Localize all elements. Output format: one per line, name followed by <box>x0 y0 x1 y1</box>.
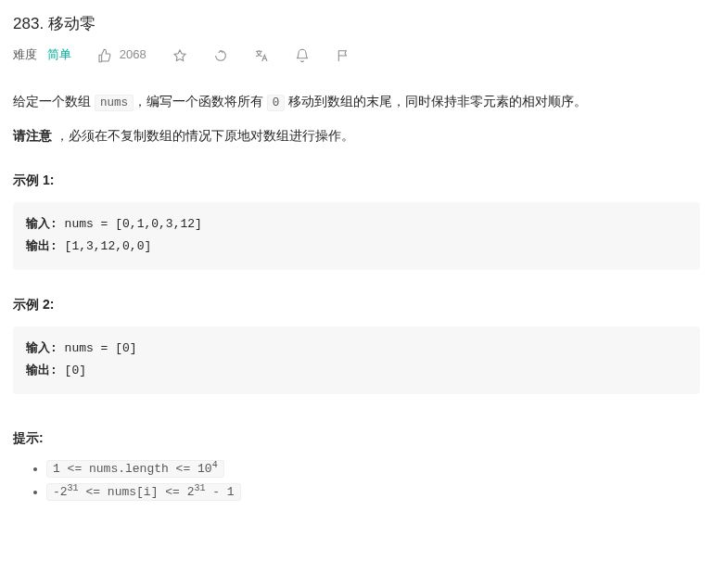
problem-description: 给定一个数组 nums，编写一个函数将所有 0 移动到数组的末尾，同时保持非零元… <box>13 91 700 146</box>
translate-icon <box>254 48 269 63</box>
problem-title: 283. 移动零 <box>13 11 700 36</box>
constraint-item: -231 <= nums[i] <= 231 - 1 <box>46 480 700 502</box>
desc-paragraph-2: 请注意 ，必须在不复制数组的情况下原地对数组进行操作。 <box>13 125 700 146</box>
difficulty-value: 简单 <box>47 47 71 61</box>
desc-text: 移动到数组的末尾，同时保持非零元素的相对顺序。 <box>285 94 587 109</box>
constraint-text: - 1 <box>205 485 234 499</box>
translate-button[interactable] <box>254 48 269 63</box>
notification-button[interactable] <box>295 48 310 63</box>
constraint-sup: 31 <box>68 482 79 492</box>
flag-icon <box>336 48 350 63</box>
star-icon <box>172 48 187 63</box>
thumbs-up-icon <box>97 48 112 63</box>
difficulty-label: 难度 <box>13 47 37 61</box>
share-button[interactable] <box>213 48 228 63</box>
code-inline: 0 <box>267 95 286 111</box>
input-label: 输入: <box>26 341 57 355</box>
constraint-item: 1 <= nums.length <= 104 <box>46 457 700 479</box>
constraints-list: 1 <= nums.length <= 104 -231 <= nums[i] … <box>13 457 700 502</box>
desc-bold: 请注意 <box>13 128 52 143</box>
difficulty: 难度 简单 <box>13 45 71 65</box>
constraint-sup: 4 <box>212 459 218 469</box>
output-label: 输出: <box>26 364 57 377</box>
example-block-1: 输入: nums = [0,1,0,3,12] 输出: [1,3,12,0,0] <box>13 202 700 270</box>
like-count: 2068 <box>120 45 146 65</box>
desc-text: 给定一个数组 <box>13 94 95 109</box>
constraint-text: -2 <box>53 485 68 499</box>
example-block-2: 输入: nums = [0] 输出: [0] <box>13 326 700 394</box>
example-title-1: 示例 1: <box>13 170 700 190</box>
meta-row: 难度 简单 2068 <box>13 45 700 65</box>
like-button[interactable]: 2068 <box>97 45 146 65</box>
problem-number: 283 <box>13 15 39 32</box>
share-icon <box>213 48 228 63</box>
input-value: nums = [0] <box>57 341 137 355</box>
output-value: [1,3,12,0,0] <box>57 239 151 253</box>
constraint-text: <= nums[i] <= 2 <box>79 485 195 499</box>
example-title-2: 示例 2: <box>13 294 700 314</box>
input-label: 输入: <box>26 217 57 231</box>
code-inline: nums <box>95 95 134 111</box>
problem-name: 移动零 <box>48 15 95 32</box>
output-value: [0] <box>57 364 86 377</box>
desc-paragraph-1: 给定一个数组 nums，编写一个函数将所有 0 移动到数组的末尾，同时保持非零元… <box>13 91 700 112</box>
feedback-button[interactable] <box>336 48 350 63</box>
desc-text: ，编写一个函数将所有 <box>134 94 267 109</box>
desc-text: ，必须在不复制数组的情况下原地对数组进行操作。 <box>52 128 354 143</box>
input-value: nums = [0,1,0,3,12] <box>57 217 202 231</box>
constraint-sup: 31 <box>194 482 205 492</box>
hints-title: 提示: <box>13 428 700 448</box>
favorite-button[interactable] <box>172 48 187 63</box>
constraint-text: 1 <= nums.length <= 10 <box>53 462 212 476</box>
output-label: 输出: <box>26 239 57 253</box>
bell-icon <box>295 48 310 63</box>
